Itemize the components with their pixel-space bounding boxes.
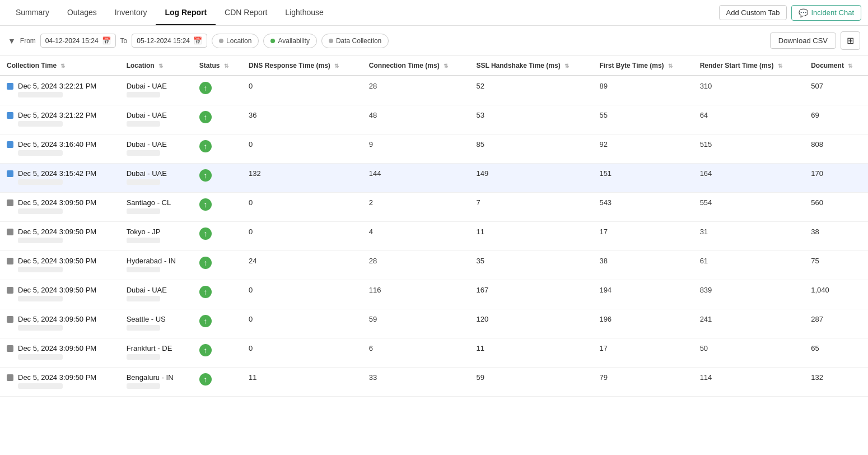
col-render-start[interactable]: Render Start Time (ms) ⇅ xyxy=(693,56,805,76)
cell-dns: 0 xyxy=(242,134,362,164)
cell-connection: 144 xyxy=(362,164,470,193)
table-row[interactable]: Dec 5, 2024 3:21:22 PM Dubai - UAE 36485… xyxy=(0,105,868,134)
sort-icon-dns: ⇅ xyxy=(334,63,339,69)
download-csv-button[interactable]: Download CSV xyxy=(770,32,836,49)
columns-toggle-button[interactable]: ⊞ xyxy=(841,31,860,50)
cell-first-byte: 92 xyxy=(592,134,693,164)
to-date-picker[interactable]: 05-12-2024 15:24 📅 xyxy=(132,34,207,48)
cell-ssl: 120 xyxy=(469,309,592,338)
cell-dns: 0 xyxy=(242,338,362,368)
cell-collection-time: Dec 5, 2024 3:16:40 PM xyxy=(0,134,120,164)
cell-location: Santiago - CL xyxy=(120,193,193,222)
cell-first-byte: 17 xyxy=(592,338,693,368)
status-up-icon xyxy=(199,111,212,123)
cell-render-start: 64 xyxy=(693,105,805,134)
table-row[interactable]: Dec 5, 2024 3:22:21 PM Dubai - UAE 02852… xyxy=(0,76,868,105)
cell-document: 132 xyxy=(804,368,868,397)
cell-document: 287 xyxy=(804,309,868,338)
location-dot-icon xyxy=(219,39,223,43)
status-up-icon xyxy=(199,286,212,298)
calendar-icon-from: 📅 xyxy=(102,36,111,45)
cell-collection-time: Dec 5, 2024 3:09:50 PM xyxy=(0,368,120,397)
cell-collection-time: Dec 5, 2024 3:09:50 PM xyxy=(0,338,120,368)
cell-first-byte: 543 xyxy=(592,193,693,222)
cell-first-byte: 38 xyxy=(592,251,693,280)
cell-render-start: 61 xyxy=(693,251,805,280)
cell-dns: 0 xyxy=(242,76,362,105)
cell-connection: 116 xyxy=(362,280,470,309)
cell-status xyxy=(193,193,242,222)
table-row[interactable]: Dec 5, 2024 3:16:40 PM Dubai - UAE 09859… xyxy=(0,134,868,164)
table-row[interactable]: Dec 5, 2024 3:15:42 PM Dubai - UAE 13214… xyxy=(0,164,868,193)
tab-outages[interactable]: Outages xyxy=(58,0,106,25)
col-collection-time[interactable]: Collection Time ⇅ xyxy=(0,56,120,76)
status-up-icon xyxy=(199,198,212,211)
tab-cdn-report[interactable]: CDN Report xyxy=(216,0,276,25)
cell-status xyxy=(193,251,242,280)
cell-location: Tokyo - JP xyxy=(120,222,193,251)
tab-lighthouse[interactable]: Lighthouse xyxy=(276,0,333,25)
status-up-icon xyxy=(199,82,212,94)
cell-first-byte: 89 xyxy=(592,76,693,105)
cell-status xyxy=(193,338,242,368)
cell-first-byte: 17 xyxy=(592,222,693,251)
cell-status xyxy=(193,280,242,309)
cell-collection-time: Dec 5, 2024 3:15:42 PM xyxy=(0,164,120,193)
cell-location: Seattle - US xyxy=(120,309,193,338)
cell-collection-time: Dec 5, 2024 3:22:21 PM xyxy=(0,76,120,105)
cell-dns: 132 xyxy=(242,164,362,193)
cell-dns: 0 xyxy=(242,222,362,251)
tab-log-report[interactable]: Log Report xyxy=(156,0,216,25)
sort-icon-ssl: ⇅ xyxy=(564,63,569,69)
filter-bar: ▼ From 04-12-2024 15:24 📅 To 05-12-2024 … xyxy=(0,26,868,56)
table-row[interactable]: Dec 5, 2024 3:09:50 PM Seattle - US 0591… xyxy=(0,309,868,338)
cell-render-start: 515 xyxy=(693,134,805,164)
table-row[interactable]: Dec 5, 2024 3:09:50 PM Frankfurt - DE 06… xyxy=(0,338,868,368)
add-custom-tab-button[interactable]: Add Custom Tab xyxy=(719,5,787,20)
col-document[interactable]: Document ⇅ xyxy=(804,56,868,76)
cell-status xyxy=(193,368,242,397)
cell-document: 69 xyxy=(804,105,868,134)
cell-document: 75 xyxy=(804,251,868,280)
location-filter-button[interactable]: Location xyxy=(212,34,259,48)
cell-document: 808 xyxy=(804,134,868,164)
cell-status xyxy=(193,76,242,105)
log-report-table-container: Collection Time ⇅ Location ⇅ Status ⇅ DN… xyxy=(0,56,868,455)
col-status[interactable]: Status ⇅ xyxy=(193,56,242,76)
sort-icon-document: ⇅ xyxy=(848,63,852,69)
cell-first-byte: 196 xyxy=(592,309,693,338)
cell-document: 38 xyxy=(804,222,868,251)
table-row[interactable]: Dec 5, 2024 3:09:50 PM Hyderabad - IN 24… xyxy=(0,251,868,280)
cell-location: Dubai - UAE xyxy=(120,134,193,164)
data-collection-dot-icon xyxy=(329,39,333,43)
table-row[interactable]: Dec 5, 2024 3:09:50 PM Bengaluru - IN 11… xyxy=(0,368,868,397)
cell-ssl: 59 xyxy=(469,368,592,397)
status-up-icon xyxy=(199,344,212,356)
from-date-picker[interactable]: 04-12-2024 15:24 📅 xyxy=(40,34,116,48)
cell-render-start: 310 xyxy=(693,76,805,105)
cell-dns: 36 xyxy=(242,105,362,134)
table-row[interactable]: Dec 5, 2024 3:09:50 PM Tokyo - JP 041117… xyxy=(0,222,868,251)
table-row[interactable]: Dec 5, 2024 3:09:50 PM Dubai - UAE 01161… xyxy=(0,280,868,309)
tab-inventory[interactable]: Inventory xyxy=(106,0,156,25)
cell-document: 560 xyxy=(804,193,868,222)
cell-collection-time: Dec 5, 2024 3:09:50 PM xyxy=(0,280,120,309)
data-collection-filter-button[interactable]: Data Collection xyxy=(321,34,389,48)
cell-first-byte: 194 xyxy=(592,280,693,309)
cell-collection-time: Dec 5, 2024 3:09:50 PM xyxy=(0,251,120,280)
col-dns[interactable]: DNS Response Time (ms) ⇅ xyxy=(242,56,362,76)
incident-chat-button[interactable]: 💬 Incident Chat xyxy=(791,5,861,21)
col-first-byte[interactable]: First Byte Time (ms) ⇅ xyxy=(592,56,693,76)
cell-render-start: 839 xyxy=(693,280,805,309)
nav-right-actions: Add Custom Tab 💬 Incident Chat xyxy=(719,5,861,21)
col-location[interactable]: Location ⇅ xyxy=(120,56,193,76)
availability-filter-button[interactable]: Availability xyxy=(263,34,316,48)
table-row[interactable]: Dec 5, 2024 3:09:50 PM Santiago - CL 027… xyxy=(0,193,868,222)
cell-document: 507 xyxy=(804,76,868,105)
chat-icon: 💬 xyxy=(799,8,808,17)
cell-render-start: 164 xyxy=(693,164,805,193)
col-ssl[interactable]: SSL Handshake Time (ms) ⇅ xyxy=(469,56,592,76)
cell-ssl: 11 xyxy=(469,338,592,368)
col-connection[interactable]: Connection Time (ms) ⇅ xyxy=(362,56,470,76)
tab-summary[interactable]: Summary xyxy=(7,0,58,25)
